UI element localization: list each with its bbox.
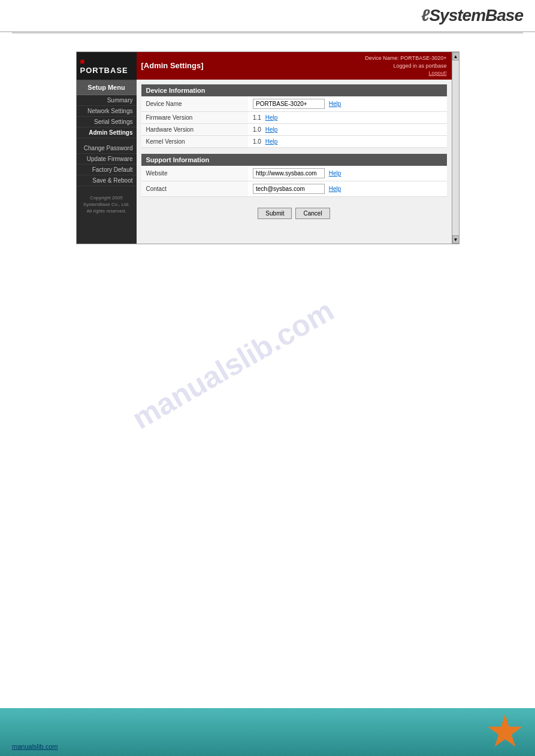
support-information-header: Support Information — [141, 154, 447, 166]
device-name-help[interactable]: Help — [329, 101, 341, 107]
sidebar-item-serial-settings[interactable]: Serial Settings — [77, 117, 137, 127]
device-information-table: Device Name Help Firmware Version 1.1 He… — [141, 96, 447, 148]
top-bar: [Admin Settings] Device Name: PORTBASE-3… — [137, 52, 452, 80]
footer-link[interactable]: manualslib.com — [12, 743, 58, 750]
hardware-version-text: 1.0 — [253, 126, 261, 133]
logout-link[interactable]: Logout! — [365, 69, 446, 77]
device-information-header: Device Information — [141, 84, 447, 96]
main-content: manualslib.com ▲ ▼ ■ PORTBASE Setup Menu — [0, 40, 535, 256]
content-panel: [Admin Settings] Device Name: PORTBASE-3… — [137, 52, 452, 244]
table-row: Website Help — [141, 166, 447, 181]
device-name-label-cell: Device Name — [141, 96, 249, 112]
table-row: Device Name Help — [141, 96, 447, 112]
sidebar-logo-area: ■ PORTBASE — [77, 52, 137, 80]
scrollbar-up[interactable]: ▲ — [452, 52, 460, 60]
sidebar: ■ PORTBASE Setup Menu Summary Network Se… — [77, 52, 137, 244]
orange-badge — [487, 714, 523, 750]
systembase-logo: ℓSystemBase — [421, 6, 523, 25]
copyright-text: Copyright 2005 SystemBase Co., Ltd. All … — [83, 195, 129, 214]
sidebar-item-network-settings[interactable]: Network Settings — [77, 106, 137, 117]
contact-label: Contact — [141, 181, 249, 196]
sidebar-item-admin-settings[interactable]: Admin Settings — [77, 127, 137, 138]
kernel-version-label: Kernel Version — [141, 135, 249, 147]
contact-value: Help — [248, 181, 447, 196]
kernel-version-value: 1.0 Help — [248, 135, 447, 147]
hardware-version-label: Hardware Version — [141, 123, 249, 135]
sidebar-item-change-password[interactable]: Change Password — [77, 143, 137, 154]
logo-text: SystemBase — [429, 6, 523, 25]
firmware-version-value: 1.1 Help — [248, 111, 447, 123]
device-name-value-cell: Help — [248, 96, 447, 112]
contact-input[interactable] — [253, 184, 325, 194]
portbase-logo: ■ PORTBASE — [80, 57, 133, 75]
cancel-button[interactable]: Cancel — [295, 208, 330, 219]
submit-button[interactable]: Submit — [258, 208, 292, 219]
header-divider — [12, 32, 523, 34]
hardware-help[interactable]: Help — [265, 126, 278, 133]
table-row: Firmware Version 1.1 Help — [141, 111, 447, 123]
device-name-label: Device Name: PORTBASE-3020+ — [365, 54, 446, 62]
firmware-help[interactable]: Help — [265, 114, 278, 121]
support-information-table: Website Help Contact Help — [141, 166, 447, 197]
browser-window: ▲ ▼ ■ PORTBASE Setup Menu Summary Networ… — [76, 51, 460, 244]
sidebar-copyright: Copyright 2005 SystemBase Co., Ltd. All … — [77, 191, 137, 218]
sidebar-item-factory-default[interactable]: Factory Default — [77, 165, 137, 175]
button-row: Submit Cancel — [141, 203, 447, 224]
page-title: [Admin Settings] — [141, 61, 204, 70]
website-label: Website — [141, 166, 249, 181]
website-input[interactable] — [253, 168, 325, 178]
firmware-version-label: Firmware Version — [141, 111, 249, 123]
table-row: Hardware Version 1.0 Help — [141, 123, 447, 135]
website-value: Help — [248, 166, 447, 181]
top-header: ℓSystemBase — [0, 0, 535, 32]
contact-help[interactable]: Help — [329, 186, 341, 192]
inner-layout: ■ PORTBASE Setup Menu Summary Network Se… — [77, 52, 452, 244]
sidebar-divider-2 — [77, 186, 137, 191]
table-row: Contact Help — [141, 181, 447, 196]
scrollbar-down[interactable]: ▼ — [452, 235, 460, 244]
hardware-version-value: 1.0 Help — [248, 123, 447, 135]
firmware-version-text: 1.1 — [253, 114, 261, 121]
scrollbar[interactable]: ▲ ▼ — [452, 52, 459, 244]
setup-menu-header: Setup Menu — [77, 80, 137, 95]
sidebar-item-update-firmware[interactable]: Update Firmware — [77, 154, 137, 165]
website-help[interactable]: Help — [329, 170, 341, 177]
kernel-version-text: 1.0 — [253, 138, 261, 145]
sidebar-item-summary[interactable]: Summary — [77, 95, 137, 106]
bottom-footer: manualslib.com — [0, 708, 535, 756]
sidebar-divider — [77, 138, 137, 143]
watermark: manualslib.com — [126, 293, 340, 436]
table-row: Kernel Version 1.0 Help — [141, 135, 447, 147]
logged-in-label: Logged in as portbase — [365, 62, 446, 70]
logo-dot: ■ — [80, 57, 86, 66]
content-area: Device Information Device Name Help Firm… — [137, 80, 452, 229]
device-name-input[interactable] — [253, 99, 325, 109]
kernel-help[interactable]: Help — [265, 138, 278, 145]
portbase-logo-text: PORTBASE — [80, 66, 128, 75]
device-info-top: Device Name: PORTBASE-3020+ Logged in as… — [365, 54, 446, 77]
sidebar-item-save-reboot[interactable]: Save & Reboot — [77, 175, 137, 186]
